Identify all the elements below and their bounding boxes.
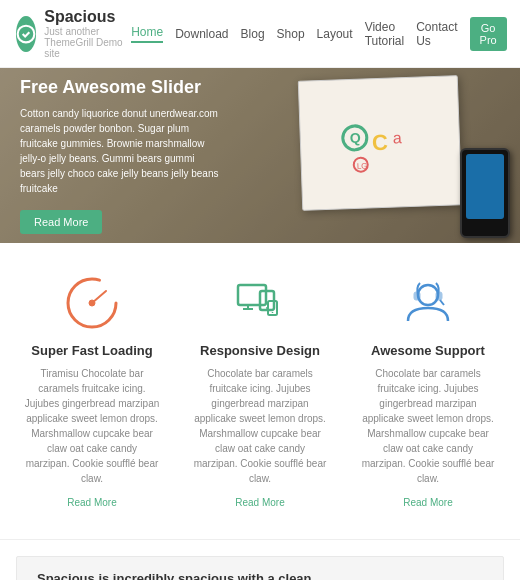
hero-content: Free Awesome Slider Cotton candy liquori… xyxy=(0,68,240,243)
nav-download[interactable]: Download xyxy=(175,27,228,41)
support-icon xyxy=(360,273,496,333)
feature-support-link[interactable]: Read More xyxy=(403,497,452,508)
go-pro-button[interactable]: Go Pro xyxy=(470,17,507,51)
hero-title: Free Awesome Slider xyxy=(20,77,220,98)
hero-description: Cotton candy liquorice donut unerdwear.c… xyxy=(20,106,220,196)
feature-responsive: Responsive Design Chocolate bar caramels… xyxy=(184,273,336,509)
feature-speed-link[interactable]: Read More xyxy=(67,497,116,508)
site-tagline: Just another ThemeGrill Demo site xyxy=(44,26,131,59)
feature-speed-title: Super Fast Loading xyxy=(24,343,160,358)
svg-rect-9 xyxy=(238,285,266,305)
hero-book-illustration: Q C a LG xyxy=(298,75,462,211)
speed-icon xyxy=(24,273,160,333)
cta-banner: Spacious is incredibly spacious with a c… xyxy=(16,556,504,580)
logo-icon xyxy=(16,16,36,52)
logo-area: Spacious Just another ThemeGrill Demo si… xyxy=(16,8,131,59)
svg-line-19 xyxy=(440,300,444,305)
nav-layout[interactable]: Layout xyxy=(317,27,353,41)
feature-responsive-desc: Chocolate bar caramels fruitcake icing. … xyxy=(192,366,328,486)
feature-support-title: Awesome Support xyxy=(360,343,496,358)
feature-speed-desc: Tiramisu Chocolate bar caramels fruitcak… xyxy=(24,366,160,486)
hero-phone-illustration xyxy=(460,148,510,238)
cta-text: Spacious is incredibly spacious with a c… xyxy=(37,571,363,580)
responsive-icon xyxy=(192,273,328,333)
svg-text:a: a xyxy=(393,129,403,146)
main-nav: Home Download Blog Shop Layout Video Tut… xyxy=(131,17,507,51)
feature-responsive-link[interactable]: Read More xyxy=(235,497,284,508)
feature-responsive-title: Responsive Design xyxy=(192,343,328,358)
hero-section: Q C a LG Free Awesome Slider Cotton cand… xyxy=(0,68,520,243)
nav-blog[interactable]: Blog xyxy=(241,27,265,41)
nav-shop[interactable]: Shop xyxy=(277,27,305,41)
nav-video[interactable]: Video Tutorial xyxy=(365,20,405,48)
features-section: Super Fast Loading Tiramisu Chocolate ba… xyxy=(0,243,520,540)
site-title: Spacious xyxy=(44,8,131,26)
hero-read-more-button[interactable]: Read More xyxy=(20,210,102,234)
nav-home[interactable]: Home xyxy=(131,25,163,43)
svg-text:C: C xyxy=(372,129,389,155)
cta-title: Spacious is incredibly spacious with a c… xyxy=(37,571,363,580)
svg-point-8 xyxy=(89,300,95,306)
feature-speed: Super Fast Loading Tiramisu Chocolate ba… xyxy=(16,273,168,509)
phone-screen xyxy=(466,154,504,219)
svg-text:LG: LG xyxy=(357,161,368,170)
svg-rect-18 xyxy=(436,292,442,300)
feature-support: Awesome Support Chocolate bar caramels f… xyxy=(352,273,504,509)
logo-text: Spacious Just another ThemeGrill Demo si… xyxy=(44,8,131,59)
svg-point-16 xyxy=(418,285,438,305)
nav-contact[interactable]: Contact Us xyxy=(416,20,457,48)
svg-text:Q: Q xyxy=(350,129,362,145)
site-header: Spacious Just another ThemeGrill Demo si… xyxy=(0,0,520,68)
feature-support-desc: Chocolate bar caramels fruitcake icing. … xyxy=(360,366,496,486)
svg-rect-17 xyxy=(414,292,420,300)
